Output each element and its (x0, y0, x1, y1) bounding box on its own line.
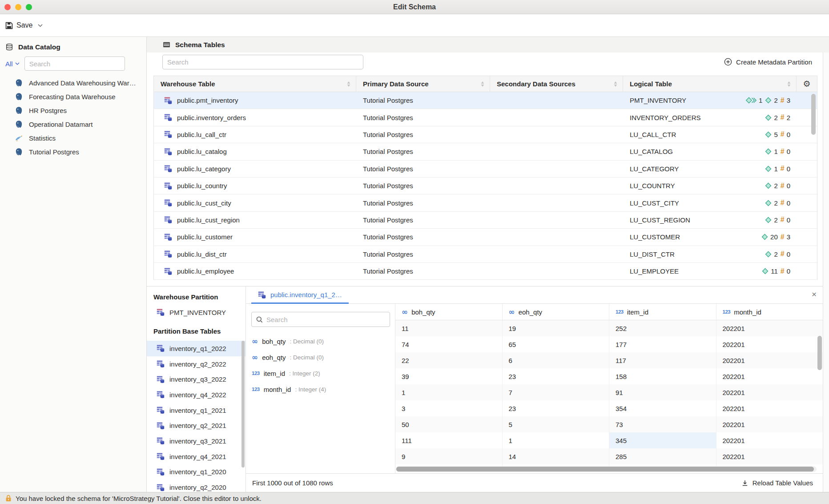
catalog-item[interactable]: Statistics (0, 131, 146, 145)
grid-cell: 23 (502, 400, 609, 416)
grid-row[interactable]: 50573202201 (395, 416, 823, 432)
column-header-logical-table[interactable]: Logical Table (623, 76, 797, 92)
sort-icon[interactable] (347, 81, 350, 87)
catalog-item[interactable]: Advanced Data Warehousing War… (0, 76, 146, 90)
partition-base-table-item[interactable]: inventory_q4_2021 (147, 449, 245, 464)
partition-base-table-item[interactable]: inventory_q2_2021 (147, 418, 245, 433)
postgres-icon (15, 106, 23, 115)
schema-table-row[interactable]: public.inventory_ordersTutorial Postgres… (154, 109, 817, 126)
table-icon (258, 291, 266, 299)
grid-row[interactable]: 1119252202201 (395, 320, 823, 336)
catalog-search-input[interactable] (24, 56, 125, 71)
partition-base-table-item[interactable]: inventory_q3_2022 (147, 371, 245, 387)
field-list-item[interactable]: 123item_id: Integer (2) (246, 365, 395, 381)
field-list-item[interactable]: ∞eoh_qty: Decimal (0) (246, 349, 395, 365)
table-icon (164, 148, 172, 156)
close-preview-icon[interactable]: × (812, 290, 817, 298)
partition-table-icon (157, 308, 165, 316)
sort-icon[interactable] (481, 81, 484, 87)
grid-column-header[interactable]: ∞boh_qty (395, 304, 502, 320)
partition-base-table-item[interactable]: inventory_q4_2022 (147, 387, 245, 403)
partition-base-table-item[interactable]: inventory_q3_2021 (147, 433, 245, 449)
grid-cell: 252 (609, 320, 716, 336)
schema-table-row[interactable]: public.pmt_inventoryTutorial PostgresPMT… (154, 92, 817, 109)
field-search-input[interactable] (266, 316, 385, 323)
tab-public-inventory-q1[interactable]: public.inventory_q1_2… (251, 287, 349, 304)
partition-base-table-item[interactable]: inventory_q1_2021 (147, 403, 245, 418)
sort-icon[interactable] (787, 81, 791, 87)
integer-icon: 123 (616, 309, 624, 314)
partition-list-scrollbar[interactable] (241, 341, 245, 468)
schema-table-row[interactable]: public.lu_categoryTutorial PostgresLU_CA… (154, 161, 817, 177)
partition-table-item[interactable]: PMT_INVENTORY (157, 308, 245, 316)
grid-horizontal-scrollbar[interactable] (396, 467, 814, 472)
table-settings-gear-icon[interactable]: ⚙ (797, 76, 817, 92)
catalog-item[interactable]: Operational Datamart (0, 117, 146, 131)
grid-row[interactable]: 1111345202201 (395, 432, 823, 448)
database-stack-icon (5, 43, 13, 51)
table-icon (164, 113, 172, 121)
primary-data-source-cell: Tutorial Postgres (356, 148, 490, 155)
grid-row[interactable]: 3923158202201 (395, 368, 823, 384)
minimize-window-icon[interactable] (15, 4, 21, 10)
schema-table-row[interactable]: public.lu_cust_cityTutorial PostgresLU_C… (154, 194, 817, 211)
grid-vertical-scrollbar[interactable] (817, 336, 822, 370)
logical-table-cell: LU_CATALOG1#0 (623, 148, 797, 156)
warehouse-table-cell: public.lu_call_ctr (154, 130, 356, 138)
grid-row[interactable]: 914285202201 (395, 448, 823, 464)
table-icon (164, 233, 172, 241)
maximize-window-icon[interactable] (26, 4, 32, 10)
schema-table-row[interactable]: public.lu_call_ctrTutorial PostgresLU_CA… (154, 126, 817, 143)
field-list-item[interactable]: ∞boh_qty: Decimal (0) (246, 333, 395, 349)
table-icon (157, 484, 165, 492)
create-metadata-partition-button[interactable]: Create Metadata Partition (724, 58, 812, 66)
schema-table-row[interactable]: public.lu_cust_regionTutorial PostgresLU… (154, 212, 817, 229)
column-header-warehouse-table[interactable]: Warehouse Table (154, 76, 356, 92)
grid-column-header[interactable]: 123month_id (716, 304, 823, 320)
grid-cell: 202201 (716, 400, 823, 416)
grid-column-header[interactable]: 123item_id (609, 304, 716, 320)
logical-table-cell: PMT_INVENTORY12#3 (623, 97, 797, 105)
grid-column-header[interactable]: ∞eoh_qty (502, 304, 609, 320)
field-list-item[interactable]: 123month_id: Integer (4) (246, 381, 395, 397)
grid-cell: 202201 (716, 432, 823, 448)
table-icon (157, 344, 165, 352)
partition-base-table-item[interactable]: inventory_q1_2020 (147, 464, 245, 480)
table-icon (157, 468, 165, 476)
partition-base-table-item[interactable]: inventory_q2_2020 (147, 480, 245, 492)
grid-row[interactable]: 226117202201 (395, 352, 823, 368)
close-window-icon[interactable] (4, 4, 11, 10)
catalog-item[interactable]: Forecasting Data Warehouse (0, 90, 146, 104)
grid-row[interactable]: 323354202201 (395, 400, 823, 416)
catalog-list: Advanced Data Warehousing War…Forecastin… (0, 76, 146, 159)
title-bar: Edit Schema (0, 0, 829, 14)
warehouse-table-cell: public.pmt_inventory (154, 97, 356, 105)
column-header-primary-data-source[interactable]: Primary Data Source (356, 76, 490, 92)
attribute-diamond-icon (765, 217, 772, 223)
chevron-down-icon[interactable] (38, 24, 43, 27)
schema-table-row[interactable]: public.lu_catalogTutorial PostgresLU_CAT… (154, 143, 817, 160)
reload-table-values-button[interactable]: Reload Table Values (741, 479, 813, 487)
save-button[interactable]: Save (5, 21, 43, 29)
catalog-filter-dropdown[interactable]: All (5, 60, 20, 68)
logical-table-cell: LU_CUST_REGION2#0 (623, 216, 797, 224)
partition-base-table-item[interactable]: inventory_q2_2022 (147, 356, 245, 372)
schema-table-row[interactable]: public.lu_employeeTutorial PostgresLU_EM… (154, 263, 817, 280)
column-header-secondary-data-sources[interactable]: Secondary Data Sources (490, 76, 623, 92)
partition-badge-icon (746, 97, 757, 104)
schema-table-row[interactable]: public.lu_customerTutorial PostgresLU_CU… (154, 229, 817, 246)
schema-table-vertical-scrollbar[interactable] (811, 94, 816, 135)
schema-table-row[interactable]: public.lu_countryTutorial PostgresLU_COU… (154, 177, 817, 194)
catalog-item[interactable]: Tutorial Postgres (0, 145, 146, 159)
attribute-diamond-icon (765, 97, 772, 104)
grid-row[interactable]: 1791202201 (395, 384, 823, 400)
sort-icon[interactable] (614, 81, 617, 87)
schema-table-row[interactable]: public.lu_dist_ctrTutorial PostgresLU_DI… (154, 246, 817, 263)
schema-tables-search-input[interactable] (162, 55, 363, 69)
right-edge-strip (823, 52, 829, 492)
grid-row[interactable]: 7465177202201 (395, 336, 823, 352)
catalog-item[interactable]: HR Postgres (0, 104, 146, 117)
partition-base-table-item[interactable]: inventory_q1_2022 (147, 341, 245, 356)
attribute-diamond-icon (765, 148, 772, 155)
grid-cell: 23 (502, 368, 609, 384)
